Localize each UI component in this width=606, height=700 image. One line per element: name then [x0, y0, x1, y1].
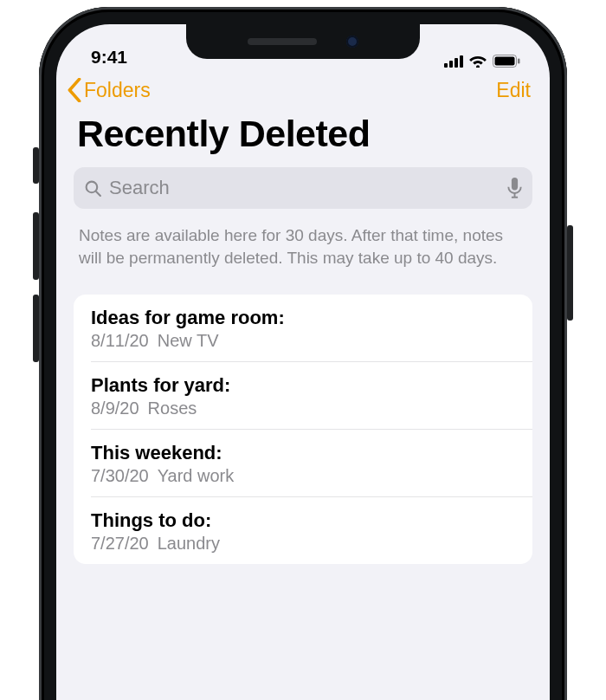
svg-rect-5	[512, 178, 518, 190]
phone-frame: 9:41 Folders Edit Recently Deleted	[39, 7, 567, 700]
phone-screen: 9:41 Folders Edit Recently Deleted	[56, 24, 550, 700]
volume-down-button[interactable]	[33, 295, 39, 362]
page-title: Recently Deleted	[56, 106, 550, 167]
note-subtitle: 7/27/20Laundry	[91, 534, 515, 554]
note-date: 7/30/20	[91, 466, 149, 485]
note-date: 8/9/20	[91, 399, 139, 418]
notch	[186, 24, 420, 59]
note-title: Plants for yard:	[91, 374, 515, 397]
edit-button[interactable]: Edit	[496, 79, 531, 102]
svg-rect-2	[518, 58, 520, 63]
retention-info-text: Notes are available here for 30 days. Af…	[56, 209, 550, 295]
note-row[interactable]: Plants for yard: 8/9/20Roses	[74, 362, 532, 429]
front-camera	[346, 36, 358, 48]
note-row[interactable]: This weekend: 7/30/20Yard work	[74, 430, 532, 496]
cellular-signal-icon	[444, 55, 463, 68]
note-subtitle: 7/30/20Yard work	[91, 466, 515, 486]
note-preview: New TV	[158, 331, 219, 350]
note-preview: Laundry	[158, 534, 220, 553]
svg-rect-1	[495, 56, 515, 65]
chevron-left-icon	[67, 78, 82, 102]
back-label: Folders	[84, 79, 151, 102]
note-row[interactable]: Ideas for game room: 8/11/20New TV	[74, 295, 532, 361]
search-input[interactable]: Search	[74, 167, 532, 209]
note-row[interactable]: Things to do: 7/27/20Laundry	[74, 497, 532, 564]
status-time: 9:41	[91, 47, 127, 68]
search-placeholder: Search	[109, 177, 500, 199]
note-title: Things to do:	[91, 509, 515, 532]
note-date: 7/27/20	[91, 534, 149, 553]
svg-point-3	[87, 181, 98, 192]
note-title: Ideas for game room:	[91, 307, 515, 329]
battery-icon	[493, 55, 520, 68]
svg-line-4	[96, 191, 100, 196]
power-button[interactable]	[567, 225, 573, 321]
search-icon	[84, 179, 102, 198]
note-preview: Roses	[148, 399, 197, 418]
mute-switch[interactable]	[33, 147, 39, 184]
note-date: 8/11/20	[91, 331, 149, 350]
wifi-icon	[468, 54, 487, 68]
note-title: This weekend:	[91, 442, 515, 464]
speaker-grille	[248, 38, 317, 45]
nav-bar: Folders Edit	[56, 71, 550, 106]
note-subtitle: 8/9/20Roses	[91, 399, 515, 418]
volume-up-button[interactable]	[33, 212, 39, 280]
note-subtitle: 8/11/20New TV	[91, 331, 515, 351]
notes-list: Ideas for game room: 8/11/20New TV Plant…	[74, 295, 532, 564]
back-button[interactable]: Folders	[67, 78, 151, 102]
dictate-icon[interactable]	[507, 178, 522, 198]
note-preview: Yard work	[158, 466, 235, 485]
